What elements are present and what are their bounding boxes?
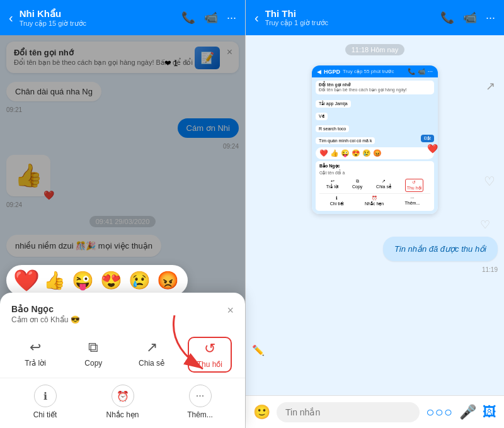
emoji-cry[interactable]: 😢: [129, 270, 151, 291]
right-header: ‹ Thi Thi Truy cập 1 giờ trước 📞 📹 ···: [246, 0, 504, 35]
right-more-icon[interactable]: ···: [486, 11, 495, 25]
right-header-icons: 📞 📹 ···: [440, 11, 495, 25]
left-call-icon[interactable]: 📞: [181, 11, 195, 25]
action-reply[interactable]: ↩ Trả lời: [13, 337, 57, 373]
context-close-button[interactable]: ×: [227, 304, 234, 317]
context-msg-preview: Cảm ơn cô Khẩu 😎: [11, 315, 80, 324]
action-detail[interactable]: ℹ Chi tiết: [23, 385, 67, 419]
right-contact-name: Thi Thi: [265, 8, 434, 19]
emoji-love-eyes[interactable]: 😍: [100, 270, 122, 291]
action-copy[interactable]: ⧉ Copy: [71, 337, 115, 373]
retracted-text: Tin nhắn đã được thu hồi: [394, 244, 486, 254]
screenshot-card: ◀ HGPD Truy cập 55 phút trước 📞 📹 ··· Đổ…: [312, 65, 438, 214]
emoji-angry[interactable]: 😡: [157, 270, 179, 291]
left-header-info: Nhi Khẩu Truy cập 15 giờ trước: [20, 8, 175, 28]
detail-label: Chi tiết: [33, 410, 57, 419]
left-contact-status: Truy cập 15 giờ trước: [20, 20, 175, 28]
detail-icon: ℹ: [34, 385, 57, 407]
retracted-message: Tin nhắn đã được thu hồi: [383, 237, 498, 261]
left-context-menu: Bảo Ngọc Cảm ơn cô Khẩu 😎 × ↩ Trả lời ⧉ …: [0, 293, 245, 428]
retracted-time: 11:19: [482, 266, 498, 273]
copy-icon: ⧉: [88, 339, 98, 356]
emoji-thumbs[interactable]: 👍: [43, 270, 66, 291]
right-header-info: Thi Thi Truy cập 1 giờ trước: [265, 8, 434, 27]
left-header: ‹ Nhi Khẩu Truy cập 15 giờ trước 📞 📹 ···: [0, 0, 245, 35]
right-contact-status: Truy cập 1 giờ trước: [265, 19, 434, 27]
right-back-button[interactable]: ‹: [255, 11, 259, 25]
context-sender-info: Bảo Ngọc Cảm ơn cô Khẩu 😎: [11, 304, 80, 324]
phone-right: ‹ Thi Thi Truy cập 1 giờ trước 📞 📹 ··· 1…: [246, 0, 504, 428]
more-icon: ···: [189, 385, 212, 407]
right-bottom-heart[interactable]: ♡: [252, 218, 498, 232]
action-more[interactable]: ··· Thêm...: [178, 385, 222, 419]
right-time-sep: 11:18 Hôm nay: [345, 44, 405, 55]
context-actions2-row: ℹ Chi tiết ⏰ Nhắc hẹn ··· Thêm...: [0, 378, 245, 422]
phone-left: ‹ Nhi Khẩu Truy cập 15 giờ trước 📞 📹 ···…: [0, 0, 246, 428]
left-contact-name: Nhi Khẩu: [20, 8, 175, 20]
right-heart-icon[interactable]: ♡: [484, 174, 495, 189]
remind-icon: ⏰: [112, 385, 134, 407]
emoji-heart[interactable]: ❤️: [13, 268, 40, 293]
copy-label: Copy: [84, 359, 102, 368]
context-sender-name: Bảo Ngọc: [11, 304, 80, 314]
left-header-icons: 📞 📹 ···: [181, 11, 236, 25]
right-edit-icon[interactable]: ✏️: [252, 344, 265, 356]
right-input-bar: 🙂 ○○○ 🎤 🖼: [246, 395, 504, 428]
right-chat-area: 11:18 Hôm nay ↗ ♡ ◀ HGPD Truy cập 55 phú…: [246, 35, 504, 395]
right-input-dots[interactable]: ○○○: [426, 404, 453, 420]
emoji-wink[interactable]: 😜: [72, 270, 94, 291]
remind-label: Nhắc hẹn: [106, 410, 139, 419]
right-forward-icon[interactable]: ↗: [486, 79, 495, 93]
right-emoji-icon[interactable]: 🙂: [253, 404, 270, 420]
reply-label: Trả lời: [25, 359, 46, 368]
right-image-icon[interactable]: 🖼: [483, 404, 496, 420]
left-video-icon[interactable]: 📹: [204, 11, 218, 25]
right-video-icon[interactable]: 📹: [463, 11, 477, 25]
right-mic-icon[interactable]: 🎤: [459, 404, 476, 420]
right-call-icon[interactable]: 📞: [440, 11, 454, 25]
action-remind[interactable]: ⏰ Nhắc hẹn: [101, 385, 145, 419]
left-back-button[interactable]: ‹: [9, 11, 13, 25]
right-message-input[interactable]: [277, 402, 420, 422]
reply-icon: ↩: [30, 339, 41, 356]
more-label: Thêm...: [187, 410, 213, 419]
left-more-icon[interactable]: ···: [227, 11, 236, 25]
emoji-reaction-bar[interactable]: ❤️ 👍 😜 😍 😢 😡: [6, 265, 188, 296]
